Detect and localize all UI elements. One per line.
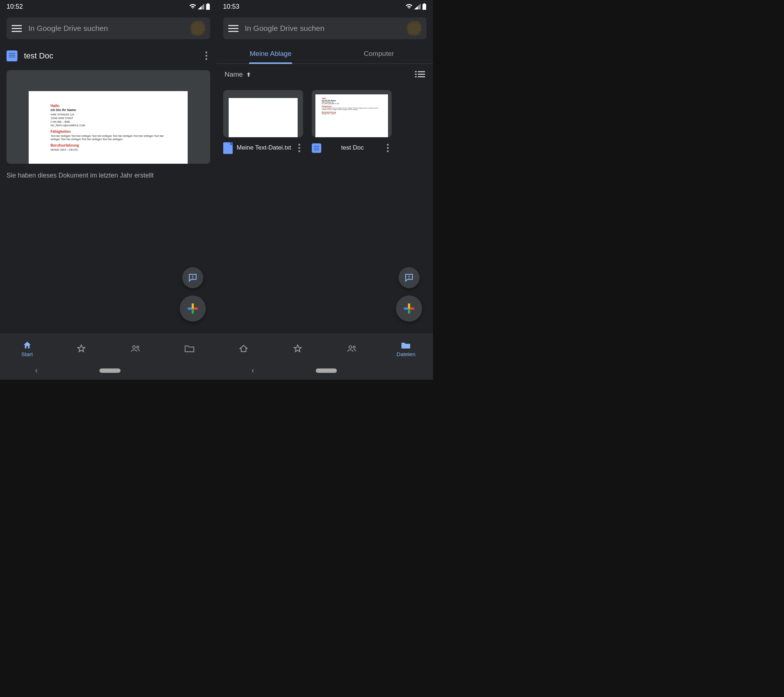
signal-icon	[198, 3, 204, 10]
fab-column	[396, 267, 422, 321]
nav-files[interactable]	[175, 343, 204, 354]
doc-preview: Hallo Ich bin Ihr Name IHRE STRASSE 123 …	[29, 91, 188, 164]
system-nav: ‹	[0, 362, 217, 380]
tab-my-drive[interactable]: Meine Ablage	[217, 44, 325, 64]
nav-start-label: Start	[21, 351, 33, 357]
svg-point-3	[137, 346, 139, 348]
wifi-icon	[405, 3, 413, 10]
back-button[interactable]: ‹	[24, 366, 49, 376]
people-icon	[130, 344, 140, 353]
home-icon	[239, 344, 248, 353]
preview-exp-date: MONAT 20XX – HEUTE	[51, 148, 166, 152]
file-thumbnail	[223, 90, 303, 137]
add-button[interactable]	[180, 295, 206, 321]
file-name: Meine Text-Datei.txt	[236, 144, 292, 152]
status-time: 10:52	[7, 3, 23, 10]
preview-phone: (+49) 000 – 0000	[51, 120, 166, 124]
file-icon	[223, 142, 233, 154]
doc-title[interactable]: test Doc	[24, 51, 196, 61]
preview-greeting: Hallo	[51, 104, 166, 108]
svg-rect-5	[418, 71, 425, 72]
battery-icon	[206, 3, 210, 10]
sort-button[interactable]: Name	[225, 71, 252, 78]
file-item-doc[interactable]: Hallo Ich bin Ihr Name IHRE STRASSE 123 …	[312, 90, 392, 159]
status-bar: 10:53	[217, 0, 433, 13]
preview-skills-body: Text hier einfügen Text hier einfügen Te…	[51, 134, 166, 141]
feedback-button[interactable]	[182, 267, 203, 288]
search-bar[interactable]: In Google Drive suchen	[223, 17, 427, 39]
sort-row: Name	[217, 64, 433, 82]
preview-email: NO_REPLY@EXAMPLE.COM	[51, 124, 166, 127]
feedback-button[interactable]	[399, 267, 420, 288]
feedback-icon	[404, 273, 414, 283]
tab-computer[interactable]: Computer	[325, 44, 433, 64]
list-view-icon	[415, 71, 425, 78]
suggested-doc-header: test Doc	[0, 44, 217, 68]
nav-shared[interactable]	[121, 343, 150, 354]
svg-rect-9	[418, 76, 425, 77]
docs-icon	[7, 51, 17, 61]
svg-rect-1	[192, 278, 193, 279]
nav-start[interactable]: Start	[13, 340, 42, 357]
home-pill[interactable]	[316, 369, 337, 373]
add-button[interactable]	[396, 295, 422, 321]
bottom-nav: Start	[0, 333, 217, 362]
people-icon	[347, 344, 357, 353]
arrow-up-icon	[246, 71, 252, 77]
screen-start: 10:52 In Google Drive suchen test Doc Ha…	[0, 0, 217, 380]
tabs: Meine Ablage Computer	[217, 44, 433, 64]
back-button[interactable]: ‹	[240, 366, 265, 376]
status-icons	[405, 3, 427, 10]
sort-label-text: Name	[225, 71, 243, 78]
preview-address1: IHRE STRASSE 123	[51, 113, 166, 116]
file-item-txt[interactable]: Meine Text-Datei.txt	[223, 90, 303, 159]
signal-icon	[414, 3, 421, 10]
file-thumbnail: Hallo Ich bin Ihr Name IHRE STRASSE 123 …	[312, 90, 392, 137]
nav-starred[interactable]	[283, 343, 312, 354]
star-icon	[293, 344, 302, 353]
file-grid: Meine Text-Datei.txt Hallo Ich bin Ihr N…	[217, 82, 433, 166]
nav-starred[interactable]	[67, 343, 96, 354]
file-more-button[interactable]	[295, 141, 303, 155]
nav-files[interactable]: Dateien	[391, 340, 420, 357]
svg-rect-8	[415, 76, 417, 77]
feedback-icon	[188, 273, 198, 283]
nav-files-label: Dateien	[397, 351, 416, 357]
status-bar: 10:52	[0, 0, 217, 13]
battery-icon	[422, 3, 427, 10]
plus-icon	[404, 303, 414, 314]
more-button[interactable]	[203, 49, 210, 63]
nav-start[interactable]	[229, 343, 258, 354]
preview-name: Ich bin Ihr Name	[51, 108, 166, 112]
avatar[interactable]	[191, 21, 205, 36]
svg-rect-6	[415, 74, 417, 75]
file-more-button[interactable]	[384, 141, 392, 155]
preview-exp-h: Berufserfahrung	[51, 143, 166, 148]
bottom-nav: Dateien	[217, 333, 433, 362]
menu-icon[interactable]	[12, 25, 22, 32]
svg-rect-11	[409, 278, 409, 279]
status-icons	[189, 3, 210, 10]
doc-caption: Sie haben dieses Dokument im letzten Jah…	[0, 166, 217, 185]
nav-shared[interactable]	[337, 343, 366, 354]
status-time: 10:53	[223, 3, 240, 10]
svg-point-13	[353, 346, 355, 348]
search-bar[interactable]: In Google Drive suchen	[7, 17, 210, 39]
folder-icon	[401, 341, 411, 349]
menu-icon[interactable]	[228, 25, 239, 32]
avatar[interactable]	[407, 21, 422, 36]
search-placeholder: In Google Drive suchen	[245, 24, 401, 33]
fab-column	[180, 267, 206, 321]
docs-icon	[312, 143, 321, 153]
search-placeholder: In Google Drive suchen	[28, 24, 184, 33]
system-nav: ‹	[217, 362, 433, 380]
home-icon	[23, 341, 32, 350]
plus-icon	[188, 303, 198, 314]
home-pill[interactable]	[99, 369, 120, 373]
svg-rect-0	[192, 275, 193, 277]
folder-icon	[184, 344, 194, 353]
doc-preview-card[interactable]: Hallo Ich bin Ihr Name IHRE STRASSE 123 …	[7, 70, 210, 164]
file-name: test Doc	[325, 144, 380, 152]
view-toggle-button[interactable]	[415, 71, 425, 78]
wifi-icon	[189, 3, 196, 10]
